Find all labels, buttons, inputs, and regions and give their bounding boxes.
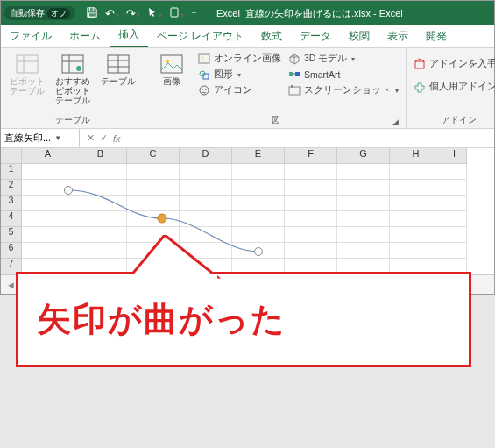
cell[interactable] [337, 196, 390, 211]
my-addins-button[interactable]: 個人用アドイン▾ [412, 80, 495, 94]
cell[interactable] [442, 227, 467, 243]
cell[interactable] [390, 227, 442, 243]
tab-file[interactable]: ファイル [1, 25, 60, 47]
fx-icon[interactable]: fx [113, 133, 121, 144]
formula-input[interactable] [128, 129, 494, 147]
cell[interactable] [337, 243, 390, 259]
cell[interactable] [232, 164, 285, 180]
col-header[interactable]: D [180, 148, 232, 164]
cell[interactable] [74, 243, 127, 259]
smartart-button[interactable]: SmartArt [286, 68, 400, 82]
cell[interactable] [180, 196, 232, 211]
col-header[interactable]: F [285, 148, 337, 164]
cell[interactable] [74, 211, 127, 227]
qat-customize-icon[interactable]: ⁼ [191, 7, 197, 20]
cell[interactable] [285, 180, 337, 196]
cell[interactable] [442, 196, 467, 211]
cell[interactable] [285, 164, 337, 180]
cancel-icon[interactable]: ✕ [87, 132, 95, 144]
cell[interactable] [337, 211, 390, 227]
cell[interactable] [127, 196, 180, 211]
cell[interactable] [22, 164, 74, 180]
tab-formulas[interactable]: 数式 [252, 25, 291, 47]
cell[interactable] [390, 211, 442, 227]
cell[interactable] [442, 211, 467, 227]
cell[interactable] [337, 227, 390, 243]
cell[interactable] [180, 164, 232, 180]
cell[interactable] [442, 243, 467, 259]
name-box[interactable]: 直線矢印... ▼ [1, 129, 80, 147]
icons-button[interactable]: アイコン [196, 83, 283, 97]
cell[interactable] [127, 164, 180, 180]
cell[interactable] [22, 180, 74, 196]
tab-developer[interactable]: 開発 [417, 25, 456, 47]
select-all-corner[interactable] [1, 148, 22, 164]
online-image-button[interactable]: オンライン画像 [196, 52, 283, 66]
cell[interactable] [74, 180, 127, 196]
screenshot-button[interactable]: スクリーンショット▾ [286, 83, 400, 97]
col-header[interactable]: E [232, 148, 285, 164]
row-header[interactable]: 2 [1, 180, 22, 196]
cell[interactable] [337, 180, 390, 196]
tab-view[interactable]: 表示 [378, 25, 417, 47]
cell[interactable] [180, 211, 232, 227]
cell[interactable] [285, 227, 337, 243]
cell[interactable] [285, 211, 337, 227]
cell[interactable] [232, 211, 285, 227]
cell[interactable] [127, 180, 180, 196]
tab-insert[interactable]: 挿入 [110, 24, 148, 47]
cell[interactable] [390, 164, 442, 180]
col-header[interactable]: H [390, 148, 442, 164]
dialog-launcher-icon[interactable]: ◢ [392, 117, 399, 126]
table-button[interactable]: テーブル [97, 52, 139, 88]
row-header[interactable]: 5 [1, 227, 22, 243]
enter-icon[interactable]: ✓ [100, 132, 108, 144]
cell[interactable] [232, 243, 285, 259]
row-header[interactable]: 1 [1, 164, 22, 180]
col-header[interactable]: I [442, 148, 467, 164]
col-header[interactable]: C [127, 148, 180, 164]
col-header[interactable]: A [22, 148, 74, 164]
tab-review[interactable]: 校閲 [340, 25, 378, 47]
row-header[interactable]: 3 [1, 196, 22, 211]
cell[interactable] [232, 227, 285, 243]
cursor-icon[interactable]: ▾ [147, 7, 162, 20]
sheet-nav-prev-icon[interactable]: ◄ [6, 280, 16, 290]
cell[interactable] [337, 164, 390, 180]
undo-icon[interactable]: ↶▾ [105, 7, 119, 20]
cell[interactable] [285, 243, 337, 259]
shapes-button[interactable]: 図形▾ [196, 68, 283, 82]
tab-data[interactable]: データ [291, 25, 340, 47]
touch-icon[interactable]: ▾ [169, 7, 184, 20]
tab-home[interactable]: ホーム [60, 25, 110, 47]
cell[interactable] [22, 196, 74, 211]
col-header[interactable]: G [337, 148, 390, 164]
cell[interactable] [22, 211, 74, 227]
get-addins-button[interactable]: アドインを入手 [412, 57, 495, 71]
cell[interactable] [74, 164, 127, 180]
row-header[interactable]: 6 [1, 243, 22, 259]
cell[interactable] [127, 211, 180, 227]
col-header[interactable]: B [74, 148, 127, 164]
threed-button[interactable]: 3D モデル▾ [286, 52, 400, 66]
recommended-pivot-button[interactable]: おすすめ ピボットテーブル [52, 52, 94, 107]
cell[interactable] [285, 196, 337, 211]
redo-icon[interactable]: ↷▾ [126, 7, 140, 20]
tab-page-layout[interactable]: ページ レイアウト [148, 25, 252, 47]
autosave-toggle[interactable]: 自動保存 オフ [4, 6, 75, 20]
cell[interactable] [232, 180, 285, 196]
cell[interactable] [390, 180, 442, 196]
chevron-down-icon[interactable]: ▼ [54, 134, 61, 142]
cell[interactable] [390, 243, 442, 259]
cell[interactable] [22, 243, 74, 259]
cell[interactable] [22, 227, 74, 243]
pivot-table-button[interactable]: ピボット テーブル [6, 52, 48, 97]
image-button[interactable]: 画像 [151, 52, 193, 88]
save-icon[interactable] [86, 6, 98, 21]
row-header[interactable]: 4 [1, 211, 22, 227]
cell[interactable] [74, 196, 127, 211]
cell[interactable] [442, 164, 467, 180]
cell[interactable] [74, 227, 127, 243]
cell[interactable] [442, 180, 467, 196]
cell[interactable] [180, 180, 232, 196]
